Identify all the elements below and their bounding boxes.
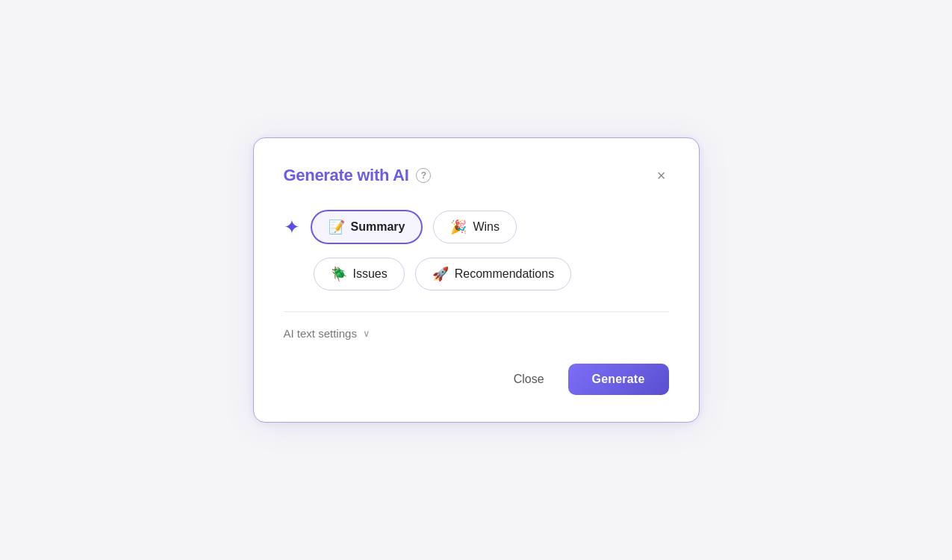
help-icon[interactable]: ?: [416, 168, 431, 183]
ai-settings-label: AI text settings: [284, 327, 357, 340]
summary-label: Summary: [351, 220, 405, 234]
close-button[interactable]: Close: [500, 365, 558, 393]
close-icon: ×: [657, 168, 666, 183]
generate-button[interactable]: Generate: [568, 364, 669, 395]
close-icon-button[interactable]: ×: [654, 165, 669, 186]
option-issues[interactable]: 🪲 Issues: [314, 258, 405, 290]
recommendations-label: Recommendations: [455, 267, 554, 281]
option-wins[interactable]: 🎉 Wins: [433, 211, 517, 243]
chevron-down-icon: ∨: [363, 328, 370, 339]
modal-title-row: Generate with AI ?: [284, 166, 432, 185]
summary-emoji: 📝: [329, 219, 345, 235]
modal-header: Generate with AI ? ×: [284, 165, 669, 186]
options-row-2: 🪲 Issues 🚀 Recommendations: [284, 258, 669, 290]
ai-settings-row[interactable]: AI text settings ∨: [284, 327, 669, 340]
modal-footer: Close Generate: [284, 364, 669, 395]
options-row-1: ✦ 📝 Summary 🎉 Wins: [284, 210, 669, 244]
option-summary[interactable]: 📝 Summary: [311, 210, 423, 244]
modal-container: Generate with AI ? × ✦ 📝 Summary 🎉 Wins: [253, 137, 700, 423]
divider: [284, 311, 669, 312]
modal-title: Generate with AI: [284, 166, 409, 185]
recommendations-emoji: 🚀: [432, 266, 449, 282]
wins-emoji: 🎉: [450, 219, 467, 235]
issues-label: Issues: [353, 267, 388, 281]
sparkle-icon: ✦: [284, 216, 300, 239]
options-section: ✦ 📝 Summary 🎉 Wins 🪲 Issues 🚀: [284, 210, 669, 290]
option-recommendations[interactable]: 🚀 Recommendations: [415, 258, 571, 290]
modal-overlay: Generate with AI ? × ✦ 📝 Summary 🎉 Wins: [0, 0, 952, 560]
issues-emoji: 🪲: [331, 266, 347, 282]
wins-label: Wins: [473, 220, 500, 234]
